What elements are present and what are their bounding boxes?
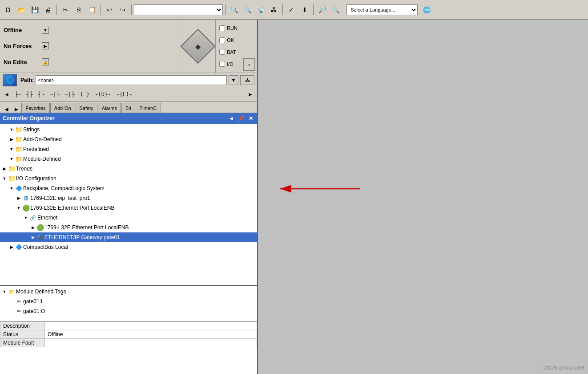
folder-icon-module-tags: 📁 [8,288,15,295]
new-button[interactable]: 🗋 [2,4,14,16]
tab-addon[interactable]: Add-On [50,103,75,113]
tree-item-gate01-i[interactable]: ▶ ✏ gate01:I [0,297,257,306]
io-button[interactable]: 🖧 [268,4,280,16]
mode-icon[interactable]: ▼ [42,27,49,34]
tree-item-gateway[interactable]: ▶ 🔌 ETHERNET/IP Gateway gate01 [0,232,257,242]
open-button[interactable]: 📂 [15,4,28,16]
tree-item-module-tags[interactable]: ▼ 📁 Module Defined Tags [0,287,257,297]
download-button[interactable]: ⬇ [298,4,311,16]
go-button[interactable]: 🔍 [241,4,254,16]
small-square-btn[interactable]: ▪ [243,58,255,71]
ok-label: OK [227,37,234,43]
expand-module-defined[interactable]: ▼ [9,156,14,162]
expand-predefined[interactable]: ▼ [9,146,14,152]
tab-alarms[interactable]: Alarms [98,103,121,113]
expand-gateway[interactable]: ▶ [30,235,36,240]
organizer-title: Controller Organizer [3,115,225,122]
tree-item-enb-sub[interactable]: ▶ 🟢 1769-L32E Ethernet Port LocalENB [0,223,257,232]
organizer-close-btn[interactable]: ✕ [247,115,254,122]
expand-module-tags[interactable]: ▼ [2,289,7,294]
expand-enb-sub[interactable]: ▶ [30,225,36,230]
tab-timerc[interactable]: Timer/C [136,103,161,113]
sep2 [101,4,101,15]
cut-button[interactable]: ✂ [59,4,72,16]
zoom-out-button[interactable]: 🔍 [329,4,342,16]
redo-button[interactable]: ↪ [117,4,129,16]
pencil-icon-gate01-i: ✏ [15,298,22,305]
label-backplane: Backplane, CompactLogix System [23,185,105,191]
folder-icon-io-config: 📁 [8,175,15,182]
paste-button[interactable]: 📋 [86,4,98,16]
tree-item-module-defined[interactable]: ▼ 📁 Module-Defined [0,154,257,164]
zoom-in-button[interactable]: 🔎 [316,4,328,16]
tree-item-1769-l32e[interactable]: ▶ 🖥 1769-L32E eip_test_pro1 [0,193,257,203]
label-compactbus: CompactBus Local [23,244,68,250]
ladder-coil[interactable]: ( ) [78,89,92,100]
path-input[interactable] [36,75,227,85]
tab-favorites[interactable]: Favorites [21,103,49,113]
verify-button[interactable]: ✓ [285,4,298,16]
ladder-unlatch[interactable]: -(U)- [93,89,113,100]
tree-item-ethernet[interactable]: ▼ 🔗 Ethernet [0,213,257,223]
expand-io-config[interactable]: ▼ [2,176,7,181]
tree-item-addon-defined[interactable]: ▶ 📁 Add-On-Defined [0,134,257,144]
tree-item-trends[interactable]: ▶ 📁 Trends [0,164,257,174]
ladder-branch2[interactable]: ─|├ [63,89,77,100]
module-icon-backplane: 🔷 [15,185,22,192]
tab-nav-back[interactable]: ◄ [2,106,11,113]
gateway-icon: 🔌 [36,234,44,241]
language-dropdown[interactable]: Select a Language... [346,4,418,15]
ladder-left-btn[interactable]: ◄ [2,89,12,100]
tab-nav-fwd[interactable]: ► [12,106,21,113]
edits-icon[interactable]: 🔒 [42,58,49,65]
expand-1769[interactable]: ▶ [16,195,21,201]
forces-icon[interactable]: ▶ [42,42,49,49]
tree-item-backplane[interactable]: ▼ 🔷 Backplane, CompactLogix System [0,183,257,193]
io-checkbox[interactable] [219,61,225,67]
run-checkbox[interactable] [219,25,225,31]
tab-bit[interactable]: Bit [121,103,135,113]
label-ethernet: Ethernet [37,215,57,221]
help-button[interactable]: 🌐 [420,4,433,16]
ok-checkbox[interactable] [219,37,225,43]
ladder-contact-no[interactable]: ├─ [12,89,23,100]
tab-safety[interactable]: Safety [76,103,97,113]
path-connect-btn[interactable]: 🖧 [240,75,254,85]
ladder-branch[interactable]: ─|├ [48,89,62,100]
expand-trends[interactable]: ▶ [2,166,7,171]
bat-label: BAT [227,49,236,55]
tree-item-compactbus[interactable]: ▶ 🔷 CompactBus Local [0,242,257,252]
ladder-right-btn[interactable]: ► [246,89,255,100]
tree-item-ethernet-port[interactable]: ▼ 🟢 1769-L32E Ethernet Port LocalENB [0,203,257,213]
routine-dropdown[interactable] [134,4,223,15]
bat-checkbox[interactable] [219,49,225,55]
expand-ethernet-port[interactable]: ▼ [16,205,21,211]
comms-button[interactable]: 📡 [254,4,267,16]
main-toolbar: 🗋 📂 💾 🖨 ✂ ⎘ 📋 ↩ ↪ 🔍 🔍 📡 🖧 ✓ ⬇ 🔎 🔍 Select… [0,0,588,20]
organizer-dock-btn[interactable]: 📌 [238,115,245,122]
tree-item-strings[interactable]: ▼ 📁 Strings [0,125,257,134]
ladder-contact-nc[interactable]: ┤├ [24,89,35,100]
ladder-latch[interactable]: -(L)- [114,89,134,100]
copy-button[interactable]: ⎘ [72,4,85,16]
diamond-button[interactable] [180,28,215,64]
tree-item-predefined[interactable]: ▼ 📁 Predefined [0,144,257,154]
mode-row: Offline ▼ [4,24,176,37]
undo-button[interactable]: ↩ [103,4,116,16]
path-dropdown-btn[interactable]: ▼ [229,75,238,85]
print-button[interactable]: 🖨 [42,4,54,16]
ladder-contact2[interactable]: ┤├ [36,89,47,100]
expand-backplane[interactable]: ▼ [9,186,14,191]
tree-item-io-config[interactable]: ▼ 📁 I/O Configuration [0,174,257,183]
label-io-config: I/O Configuration [16,175,56,182]
find-button[interactable]: 🔍 [228,4,240,16]
expand-ethernet[interactable]: ▼ [23,215,28,220]
tree-item-gate01-o[interactable]: ▶ ✏ gate01:O [0,306,257,316]
expand-strings[interactable]: ▼ [9,127,14,132]
organizer-pin-btn[interactable]: ◄ [228,115,235,122]
expand-compactbus[interactable]: ▶ [9,244,14,250]
table-row-description: Description [0,322,257,330]
save-button[interactable]: 💾 [28,4,41,16]
label-enb-sub: 1769-L32E Ethernet Port LocalENB [44,224,129,231]
expand-addon[interactable]: ▶ [9,137,14,142]
